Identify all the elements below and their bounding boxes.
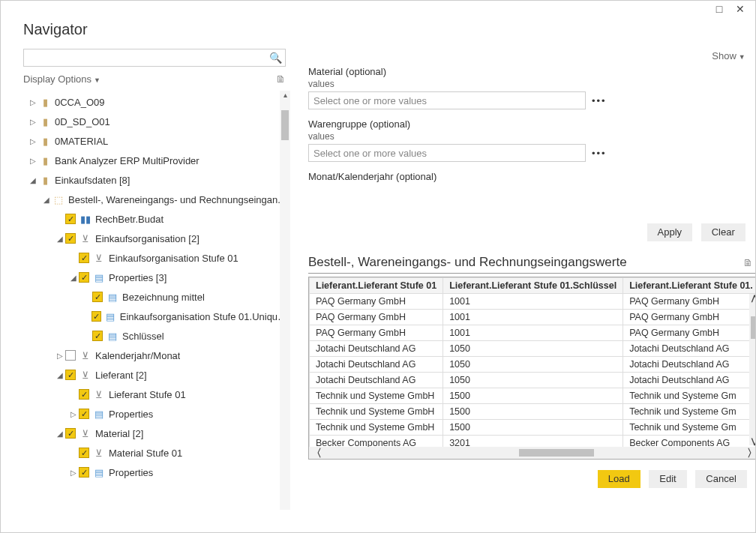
tree-item[interactable]: ▷▮0MATERIAL — [23, 131, 290, 151]
table-row[interactable]: Technik und Systeme GmbH1500Technik und … — [310, 420, 757, 436]
tree-item[interactable]: ✓⊻Lieferant Stufe 01 — [23, 385, 290, 404]
scroll-left-icon[interactable]: 〈 — [310, 447, 322, 460]
tree-item[interactable]: ▷✓▤Properties — [23, 404, 290, 424]
tree-expand-icon[interactable]: ◢ — [68, 274, 79, 282]
window-minimize-icon[interactable]: □ — [709, 3, 730, 15]
tree-item[interactable]: ▷✓▤Properties — [23, 463, 290, 482]
tree-item[interactable]: ◢✓⊻Einkaufsorganisation [2] — [23, 229, 290, 248]
tree-expand-icon[interactable]: ▷ — [55, 352, 65, 360]
tree-item[interactable]: ◢▮Einkaufsdaten [8] — [23, 170, 290, 190]
tree-expand-icon[interactable]: ◢ — [28, 176, 38, 184]
table-cell: Technik und Systeme GmbH — [310, 404, 443, 420]
caret-down-icon: ▼ — [94, 76, 100, 84]
checkbox-icon[interactable]: ✓ — [65, 233, 76, 244]
checkbox-icon[interactable]: ✓ — [65, 370, 76, 380]
tree-item[interactable]: ✓▤Einkaufsorganisation Stufe 01.UniqueNa… — [23, 307, 290, 326]
checkbox-icon[interactable]: ✓ — [92, 331, 103, 341]
checkbox-icon[interactable]: ✓ — [79, 253, 89, 263]
search-field[interactable] — [27, 52, 269, 64]
tree-item[interactable]: ▷▮Bank Analyzer ERP MultiProvider — [23, 151, 290, 170]
tree-item[interactable]: ▷▮0D_SD_O01 — [23, 112, 290, 131]
tree-expand-icon[interactable]: ▷ — [28, 98, 38, 106]
tree-item[interactable]: ▷⊻Kalenderjahr/Monat — [23, 346, 290, 365]
navigator-tree[interactable]: ▷▮0CCA_O09▷▮0D_SD_O01▷▮0MATERIAL▷▮Bank A… — [23, 91, 290, 484]
edit-button[interactable]: Edit — [649, 470, 686, 488]
table-row[interactable]: Jotachi Deutschland AG1050Jotachi Deutsc… — [310, 357, 757, 373]
cube-icon: ⬚ — [52, 194, 65, 205]
filter-title: Material (optional) — [308, 66, 756, 77]
checkbox-icon[interactable]: ✓ — [92, 311, 101, 322]
tree-item[interactable]: ◢✓⊻Lieferant [2] — [23, 365, 290, 385]
tree-expand-icon[interactable]: ◢ — [41, 196, 52, 204]
table-row[interactable]: Jotachi Deutschland AG1050Jotachi Deutsc… — [310, 373, 757, 388]
tree-expand-icon[interactable]: ▷ — [68, 469, 79, 477]
tree-expand-icon[interactable]: ◢ — [55, 235, 65, 243]
scroll-up-icon[interactable]: ▴ — [280, 91, 290, 99]
checkbox-icon[interactable]: ✓ — [92, 292, 103, 302]
search-icon[interactable]: 🔍 — [269, 52, 282, 64]
tree-item[interactable]: ◢✓⊻Material [2] — [23, 424, 290, 443]
table-row[interactable]: PAQ Germany GmbH1001PAQ Germany GmbH — [310, 325, 757, 341]
apply-button[interactable]: Apply — [647, 223, 693, 241]
ellipsis-button[interactable]: ••• — [592, 148, 607, 159]
add-document-icon[interactable]: 🗎 — [276, 73, 286, 85]
scrollbar-thumb[interactable] — [281, 110, 289, 140]
column-header[interactable]: Lieferant.Lieferant Stufe 01 — [310, 278, 443, 294]
search-input[interactable]: 🔍 — [23, 49, 286, 67]
table-cell: 1500 — [443, 420, 623, 436]
tree-expand-icon[interactable]: ▷ — [28, 157, 38, 165]
tree-item[interactable]: ✓▤Bezeichnung mittel — [23, 287, 290, 307]
scroll-down-icon[interactable]: ⋁ — [749, 437, 756, 445]
checkbox-icon[interactable]: ✓ — [79, 467, 89, 478]
checkbox-icon[interactable]: ✓ — [79, 272, 89, 283]
checkbox-icon[interactable]: ✓ — [65, 428, 76, 439]
checkbox-icon[interactable]: ✓ — [65, 214, 76, 224]
column-header[interactable]: Lieferant.Lieferant Stufe 01. — [623, 278, 756, 294]
checkbox-icon[interactable] — [65, 350, 76, 361]
checkbox-icon[interactable]: ✓ — [79, 389, 89, 400]
preview-table[interactable]: Lieferant.Lieferant Stufe 01Lieferant.Li… — [308, 277, 756, 460]
table-row[interactable]: PAQ Germany GmbH1001PAQ Germany GmbH — [310, 310, 757, 325]
tree-item[interactable]: ✓⊻Einkaufsorganisation Stufe 01 — [23, 248, 290, 268]
tree-expand-icon[interactable]: ▷ — [68, 410, 79, 418]
tree-item[interactable]: ✓⊻Material Stufe 01 — [23, 443, 290, 463]
clear-button[interactable]: Clear — [701, 223, 746, 241]
table-row[interactable]: Technik und Systeme GmbH1500Technik und … — [310, 404, 757, 420]
load-button[interactable]: Load — [598, 470, 640, 488]
scrollbar-thumb[interactable] — [751, 316, 756, 339]
tree-expand-icon[interactable]: ▷ — [28, 137, 38, 145]
column-header[interactable]: Lieferant.Lieferant Stufe 01.Schlüssel — [443, 278, 623, 294]
window-close-icon[interactable]: ✕ — [730, 3, 751, 15]
scroll-right-icon[interactable]: 〉 — [746, 447, 756, 460]
table-row[interactable]: PAQ Germany GmbH1001PAQ Germany GmbH — [310, 294, 757, 310]
tree-item-label: Properties — [109, 467, 153, 478]
table-row[interactable]: Technik und Systeme GmbH1500Technik und … — [310, 388, 757, 404]
scroll-up-icon[interactable]: ⋀ — [749, 294, 756, 302]
table-cell: 1001 — [443, 310, 623, 325]
display-options-dropdown[interactable]: Display Options▼ — [23, 73, 100, 85]
tree-scrollbar[interactable]: ▴ — [280, 91, 290, 510]
scrollbar-thumb[interactable] — [519, 449, 594, 457]
tree-item-label: Properties [3] — [109, 272, 166, 283]
checkbox-icon[interactable]: ✓ — [79, 448, 89, 458]
ellipsis-button[interactable]: ••• — [592, 95, 607, 106]
tree-item[interactable]: ✓▮▮RechBetr.Budat — [23, 209, 290, 229]
tree-expand-icon[interactable]: ◢ — [55, 371, 65, 379]
table-vertical-scrollbar[interactable]: ⋀ ⋁ — [749, 294, 756, 445]
table-cell: Jotachi Deutschland AG — [623, 373, 756, 388]
checkbox-icon[interactable]: ✓ — [79, 409, 89, 419]
tree-item[interactable]: ▷▮0CCA_O09 — [23, 92, 290, 112]
show-dropdown[interactable]: Show▼ — [712, 50, 745, 61]
add-document-icon[interactable]: 🗎 — [743, 257, 753, 268]
tree-item[interactable]: ✓▤Schlüssel — [23, 326, 290, 346]
filter-input[interactable]: Select one or more values — [308, 91, 586, 109]
table-horizontal-scrollbar[interactable]: 〈 〉 — [309, 447, 756, 459]
tree-expand-icon[interactable]: ▷ — [28, 118, 38, 126]
tree-item[interactable]: ◢⬚Bestell-, Wareneingangs- und Rechnungs… — [23, 190, 290, 209]
filter-input[interactable]: Select one or more values — [308, 144, 586, 162]
tree-item[interactable]: ◢✓▤Properties [3] — [23, 268, 290, 287]
filter-title: Warengruppe (optional) — [308, 118, 756, 130]
table-row[interactable]: Jotachi Deutschland AG1050Jotachi Deutsc… — [310, 341, 757, 357]
tree-expand-icon[interactable]: ◢ — [55, 430, 65, 438]
cancel-button[interactable]: Cancel — [695, 470, 746, 488]
